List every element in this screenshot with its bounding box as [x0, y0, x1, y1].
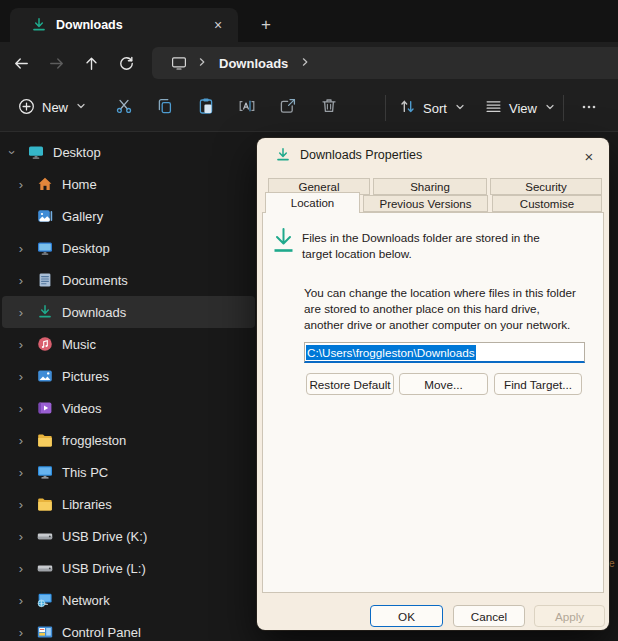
sidebar-item-libraries[interactable]: › Libraries: [2, 488, 255, 520]
cancel-button[interactable]: Cancel: [453, 605, 525, 627]
refresh-button[interactable]: [109, 46, 144, 80]
clipboard-icon: [197, 97, 215, 118]
back-button[interactable]: [4, 46, 39, 80]
sort-arrows-icon: [399, 98, 416, 118]
sidebar-item-control-panel[interactable]: › Control Panel: [2, 616, 255, 641]
sidebar-item-froggleston[interactable]: › froggleston: [2, 424, 255, 456]
dialog-tab-customise[interactable]: Customise: [492, 195, 602, 212]
address-bar[interactable]: Downloads: [152, 47, 618, 79]
item-icon: [37, 336, 53, 352]
view-button[interactable]: View: [477, 91, 564, 125]
forward-button[interactable]: [39, 46, 74, 80]
view-button-label: View: [509, 101, 537, 116]
paste-button[interactable]: [187, 91, 225, 125]
new-button[interactable]: New: [8, 91, 97, 125]
dialog-tab-security[interactable]: Security: [490, 178, 602, 195]
chevron-icon[interactable]: ›: [13, 273, 29, 288]
trash-icon: [320, 97, 338, 118]
share-button[interactable]: [269, 91, 307, 125]
copy-icon: [156, 97, 174, 118]
sidebar-item-music[interactable]: › Music: [2, 328, 255, 360]
tab-downloads[interactable]: Downloads ×: [10, 8, 238, 42]
sidebar-item-usb-drive-k[interactable]: › USB Drive (K:): [2, 520, 255, 552]
view-lines-icon: [485, 98, 502, 118]
tab-label: Downloads: [56, 18, 197, 32]
chevron-icon[interactable]: ›: [13, 433, 29, 448]
toolbar-divider: [563, 95, 564, 121]
sidebar-item-usb-drive-l[interactable]: › USB Drive (L:): [2, 552, 255, 584]
share-icon: [279, 97, 297, 118]
location-path-input[interactable]: C:\Users\froggleston\Downloads: [304, 342, 585, 363]
breadcrumb-downloads[interactable]: Downloads: [217, 56, 290, 71]
sidebar-item-documents[interactable]: › Documents: [2, 264, 255, 296]
item-icon: [37, 272, 53, 288]
chevron-icon[interactable]: ›: [13, 465, 29, 480]
sidebar-item-desktop[interactable]: › Desktop: [2, 232, 255, 264]
sidebar-item-this-pc[interactable]: › This PC: [2, 456, 255, 488]
dialog-tab-location[interactable]: Location: [265, 192, 360, 213]
chevron-right-icon[interactable]: [196, 54, 208, 72]
sidebar-item-gallery[interactable]: › Gallery: [2, 200, 255, 232]
chevron-icon[interactable]: ›: [13, 369, 29, 384]
copy-button[interactable]: [146, 91, 184, 125]
delete-button[interactable]: [310, 91, 348, 125]
chevron-down-icon: [544, 101, 556, 116]
description-text: You can change the location where files …: [304, 285, 580, 332]
rename-button[interactable]: [228, 91, 266, 125]
sidebar-item-pictures[interactable]: › Pictures: [2, 360, 255, 392]
rename-icon: [238, 97, 256, 118]
item-icon: [37, 528, 53, 544]
restore-default-button[interactable]: Restore Default: [306, 373, 394, 395]
command-toolbar: New Sort View: [0, 84, 618, 132]
up-button[interactable]: [74, 46, 109, 80]
sidebar-item-label: Desktop: [62, 241, 110, 256]
sort-button-label: Sort: [423, 101, 447, 116]
dialog-tab-previous-versions[interactable]: Previous Versions: [363, 195, 488, 212]
sidebar-item-label: Libraries: [62, 497, 112, 512]
close-tab-button[interactable]: ×: [206, 13, 230, 37]
sidebar-item-label: USB Drive (K:): [62, 529, 147, 544]
item-icon: [28, 144, 44, 160]
sidebar-item-label: froggleston: [62, 433, 126, 448]
ok-button[interactable]: OK: [370, 605, 443, 627]
chevron-icon[interactable]: ›: [13, 561, 29, 576]
more-options-button[interactable]: [570, 91, 608, 125]
sidebar-item-network[interactable]: › Network: [2, 584, 255, 616]
chevron-icon[interactable]: ›: [13, 593, 29, 608]
chevron-icon[interactable]: ›: [13, 241, 29, 256]
sidebar-item-downloads[interactable]: › Downloads: [2, 296, 255, 328]
sidebar-item-home[interactable]: › Home: [2, 168, 255, 200]
sidebar-item-videos[interactable]: › Videos: [2, 392, 255, 424]
sidebar-item-label: Network: [62, 593, 110, 608]
chevron-icon[interactable]: ›: [13, 529, 29, 544]
item-icon: [37, 208, 53, 224]
find-target-button[interactable]: Find Target...: [494, 373, 582, 395]
chevron-right-icon[interactable]: [299, 54, 311, 72]
download-icon-large: [270, 226, 297, 260]
chevron-icon[interactable]: ›: [5, 144, 20, 160]
cut-button[interactable]: [105, 91, 143, 125]
toolbar-divider: [385, 95, 386, 121]
apply-button[interactable]: Apply: [534, 605, 605, 627]
chevron-icon[interactable]: ›: [13, 305, 29, 320]
navigation-bar: Downloads: [0, 42, 618, 84]
scissors-icon: [115, 97, 133, 118]
chevron-icon[interactable]: ›: [13, 337, 29, 352]
new-tab-button[interactable]: +: [251, 11, 281, 39]
dialog-close-button[interactable]: ×: [575, 143, 603, 169]
move-button[interactable]: Move...: [399, 373, 488, 395]
chevron-icon[interactable]: ›: [13, 625, 29, 640]
ellipsis-icon: [581, 99, 597, 118]
chevron-icon[interactable]: ›: [13, 401, 29, 416]
download-icon: [275, 147, 291, 163]
dialog-tab-sharing[interactable]: Sharing: [373, 178, 487, 195]
chevron-icon[interactable]: ›: [13, 497, 29, 512]
item-icon: [37, 624, 53, 640]
chevron-icon[interactable]: ›: [13, 177, 29, 192]
item-icon: [37, 304, 53, 320]
sidebar-item-desktop[interactable]: › Desktop: [2, 136, 255, 168]
sort-button[interactable]: Sort: [391, 91, 474, 125]
sidebar-item-label: Gallery: [62, 209, 103, 224]
sidebar-item-label: Downloads: [62, 305, 126, 320]
item-icon: [37, 464, 53, 480]
